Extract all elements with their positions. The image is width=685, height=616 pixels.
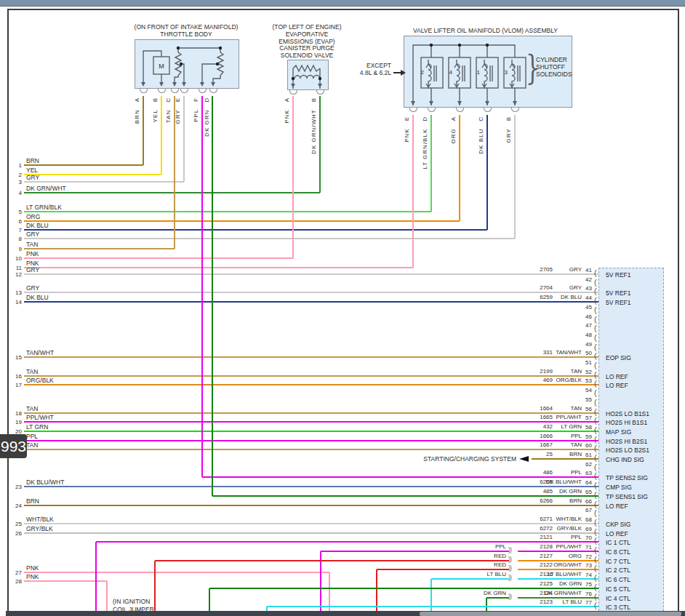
pin-signal-label: IC 5 CTL: [606, 585, 630, 593]
pin-number: 65: [574, 489, 592, 495]
left-wire-8: [24, 238, 515, 239]
left-wire-2-riser: [161, 96, 162, 175]
left-wire-15: [24, 356, 598, 358]
solenoid-number: 4: [444, 69, 452, 76]
left-wire-number: 18: [9, 410, 22, 417]
left-wire-label: GRY: [26, 266, 39, 273]
left-wire-label: GRY: [26, 174, 39, 181]
wire-segment: [209, 588, 598, 589]
pin-signal-label: CKP SIG: [606, 521, 630, 528]
pin-signal-label: TP SENS2 SIG: [606, 474, 648, 481]
pin-socket: (: [594, 508, 597, 517]
left-wire-label: BRN: [26, 497, 39, 505]
pin-signal-label: HO2S LO B2S1: [606, 447, 649, 454]
pin-number: 70: [574, 535, 592, 541]
left-wire-label: GRY: [26, 284, 39, 292]
terminal-arrow-icon: [291, 84, 295, 88]
left-wire-28: [24, 580, 107, 582]
left-wire-number: 5: [9, 209, 22, 215]
pin-socket: (: [594, 463, 597, 471]
evap-terminal-label: PNK A: [284, 97, 290, 124]
terminal-connector-icon: [158, 89, 166, 93]
left-wire-12: [24, 273, 598, 275]
terminal-arrow-icon: [172, 82, 177, 87]
solenoid-number: 1: [471, 69, 480, 76]
pin-number: 47: [574, 322, 592, 329]
splice-feed-color: PPL: [436, 543, 506, 550]
left-wire-number: 17: [9, 382, 22, 388]
left-wire-label: WHT/BLK: [26, 516, 54, 523]
terminal-arrow-icon: [141, 82, 145, 87]
pin-number: 52: [574, 369, 592, 375]
pin-signal-label: IC 3 CTL: [606, 604, 630, 611]
page-number-badge: 993: [0, 434, 27, 458]
throttle-terminal-label: GRY E: [175, 97, 181, 124]
left-wire-5: [24, 211, 431, 212]
pin-number: 76: [574, 591, 592, 597]
pin-signal-label: EOP SIG: [606, 354, 631, 361]
left-wire-7-riser: [486, 115, 488, 230]
pin-number: 56: [574, 406, 592, 412]
pin-socket: (: [594, 444, 597, 452]
left-wire-label: TAN: [26, 405, 38, 412]
pin-number: 71: [574, 544, 592, 551]
left-wire-label: PPL/WHT: [26, 414, 54, 421]
splice-feed-color: DK GRN: [436, 590, 506, 596]
terminal-arrow-icon: [200, 82, 204, 87]
wire-segment: [518, 578, 598, 580]
terminal-connector-icon: [209, 89, 217, 93]
pin-signal-label: TP SENS1 SIG: [606, 493, 648, 500]
left-wire-label: GRY: [26, 231, 39, 238]
pin-socket: (: [594, 324, 597, 332]
wire-segment: [212, 96, 213, 496]
wire-segment: [212, 495, 598, 497]
throttle-body-schematic: M: [135, 39, 238, 87]
left-wire-label: LT GRN/BLK: [26, 204, 62, 211]
left-wire-4: [24, 192, 320, 193]
left-wire-label: TAN/WHT: [26, 349, 54, 356]
terminal-arrow-icon: [182, 82, 186, 87]
left-wire-8-riser: [514, 115, 516, 239]
left-wire-1: [24, 164, 143, 166]
terminal-connector-icon: [316, 90, 324, 95]
left-wire-label: TAN: [26, 441, 38, 449]
terminal-connector-icon: [511, 108, 519, 112]
pin-number: 72: [574, 553, 592, 560]
pin-signal-label: MAP SIG: [606, 428, 631, 436]
left-wire-11-riser: [412, 115, 414, 268]
pin-number: 43: [574, 285, 592, 292]
left-wire-label: DK BLU/WHT: [26, 479, 64, 486]
throttle-terminal-label: PPL F: [193, 97, 199, 122]
pin-number: 73: [574, 562, 592, 569]
solenoid-number: 2: [415, 69, 424, 76]
wire-segment: [518, 569, 598, 570]
wire-segment: [532, 458, 598, 460]
pin-socket: (: [594, 536, 597, 545]
pin-number: 44: [574, 295, 592, 301]
left-wire-4-riser: [319, 96, 321, 193]
pin-signal-label: CMP SIG: [606, 484, 632, 491]
left-wire-number: 3: [9, 179, 22, 185]
pin-number: 46: [574, 313, 592, 320]
horizontal-scrollbar[interactable]: [6, 611, 685, 616]
pin-number: 69: [574, 526, 592, 532]
pin-socket: (: [594, 268, 597, 277]
throttle-terminal-label: BRN A: [134, 97, 140, 124]
left-wire-9: [24, 248, 175, 249]
scrollbar-thumb[interactable]: [420, 612, 681, 616]
left-wire-number: 10: [9, 255, 22, 262]
terminal-connector-icon: [199, 89, 207, 93]
left-wire-number: 13: [9, 289, 22, 296]
wire-segment: [377, 569, 509, 570]
diagram-layer: (ON FRONT OF INTAKE MANIFOLD) THROTTLE B…: [0, 0, 685, 616]
pin-signal-label: HO2S HI B1S1: [606, 419, 647, 426]
pin-socket: (: [594, 296, 597, 305]
pin-socket: (: [594, 527, 597, 536]
pin-socket: (: [594, 361, 597, 369]
wire-segment: [95, 542, 97, 616]
pin-number: 75: [574, 581, 592, 588]
left-wire-label: TAN: [26, 368, 38, 375]
terminal-arrow-icon: [159, 82, 164, 87]
pin-signal-label: IC 2 CTL: [606, 567, 630, 574]
pin-signal-label: 5V REF1: [606, 299, 631, 306]
